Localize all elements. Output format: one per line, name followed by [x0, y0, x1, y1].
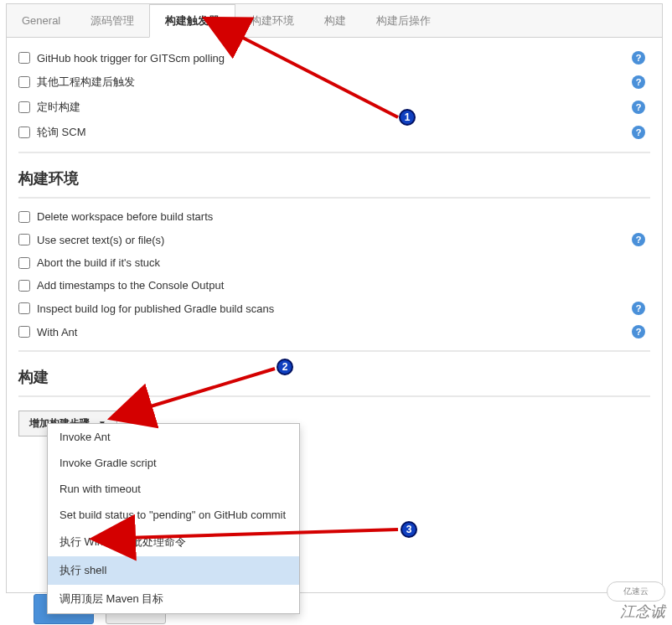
tab-post-build[interactable]: 构建后操作	[361, 4, 446, 37]
checkbox-label: Use secret text(s) or file(s)	[37, 234, 632, 246]
tab-build[interactable]: 构建	[309, 4, 361, 37]
config-panel: General 源码管理 构建触发器 构建环境 构建 构建后操作 GitHub …	[6, 3, 663, 593]
checkbox-label: With Ant	[37, 326, 632, 338]
checkbox-delete-ws[interactable]	[18, 211, 30, 223]
watermark-logo: 亿速云	[607, 581, 665, 602]
checkbox-github-hook[interactable]	[18, 52, 30, 64]
trigger-row: 其他工程构建后触发 ?	[18, 70, 650, 95]
checkbox-secret-text[interactable]	[18, 234, 30, 245]
section-title-build: 构建	[18, 367, 650, 387]
menu-item-maven-top[interactable]: 调用顶层 Maven 目标	[48, 585, 299, 613]
menu-item-github-pending[interactable]: Set build status to "pending" on GitHub …	[48, 502, 299, 528]
add-build-step-menu: Invoke Ant Invoke Gradle script Run with…	[47, 423, 300, 614]
menu-item-run-timeout[interactable]: Run with timeout	[48, 476, 299, 502]
checkbox-label: 定时构建	[37, 100, 632, 115]
env-row: Delete workspace before build starts	[18, 205, 650, 228]
menu-item-windows-batch[interactable]: 执行 Windows 批处理命令	[48, 528, 299, 556]
checkbox-label: GitHub hook trigger for GITScm polling	[37, 52, 632, 65]
checkbox-abort-stuck[interactable]	[18, 257, 30, 269]
help-icon[interactable]: ?	[632, 75, 645, 89]
menu-item-invoke-gradle[interactable]: Invoke Gradle script	[48, 450, 299, 476]
env-row: Inspect build log for published Gradle b…	[18, 297, 650, 320]
checkbox-timestamps[interactable]	[18, 280, 30, 292]
trigger-row: 定时构建 ?	[18, 95, 650, 120]
env-row: Add timestamps to the Console Output	[18, 274, 650, 297]
divider	[18, 350, 650, 352]
section-title-env: 构建环境	[18, 168, 650, 189]
menu-item-execute-shell[interactable]: 执行 shell	[48, 556, 299, 585]
help-icon[interactable]: ?	[632, 101, 645, 114]
checkbox-with-ant[interactable]	[18, 326, 30, 338]
help-icon[interactable]: ?	[632, 325, 645, 338]
trigger-row: GitHub hook trigger for GITScm polling ?	[18, 46, 650, 70]
help-icon[interactable]: ?	[632, 51, 645, 65]
checkbox-after-other[interactable]	[18, 76, 30, 88]
annotation-badge-2: 2	[277, 359, 293, 375]
checkbox-gradle-scan[interactable]	[18, 302, 30, 314]
checkbox-timer[interactable]	[18, 101, 30, 113]
watermark-text: 江念诚	[620, 602, 665, 622]
divider	[18, 197, 650, 199]
help-icon[interactable]: ?	[632, 233, 645, 246]
tab-scm[interactable]: 源码管理	[75, 4, 149, 37]
env-row: With Ant ?	[18, 320, 650, 343]
tab-build-triggers[interactable]: 构建触发器	[149, 4, 235, 38]
checkbox-label: 其他工程构建后触发	[37, 75, 632, 90]
annotation-badge-1: 1	[399, 109, 416, 126]
annotation-badge-3: 3	[401, 521, 417, 538]
checkbox-label: Delete workspace before build starts	[37, 210, 650, 223]
checkbox-poll-scm[interactable]	[18, 127, 30, 138]
trigger-row: 轮询 SCM ?	[18, 120, 650, 145]
tab-bar: General 源码管理 构建触发器 构建环境 构建 构建后操作	[7, 4, 662, 38]
checkbox-label: Inspect build log for published Gradle b…	[37, 302, 632, 315]
tab-build-env[interactable]: 构建环境	[235, 4, 309, 37]
tab-general[interactable]: General	[7, 4, 75, 37]
help-icon[interactable]: ?	[632, 302, 645, 315]
env-row: Use secret text(s) or file(s) ?	[18, 228, 650, 251]
checkbox-label: Add timestamps to the Console Output	[37, 279, 650, 292]
checkbox-label: Abort the build if it's stuck	[37, 256, 650, 269]
divider	[18, 152, 650, 153]
help-icon[interactable]: ?	[632, 126, 645, 139]
checkbox-label: 轮询 SCM	[37, 125, 632, 140]
env-row: Abort the build if it's stuck	[18, 251, 650, 274]
divider	[18, 395, 650, 397]
menu-item-invoke-ant[interactable]: Invoke Ant	[48, 424, 299, 450]
